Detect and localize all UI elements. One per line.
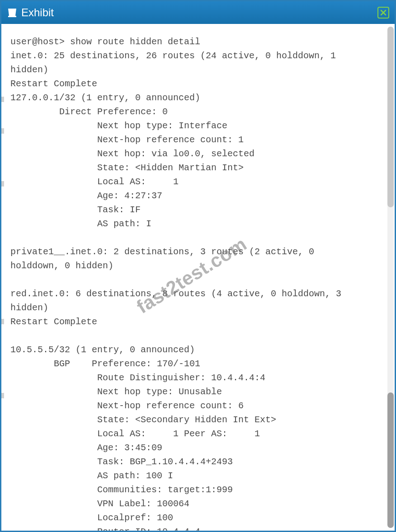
exhibit-icon [7, 8, 18, 18]
svg-rect-0 [8, 16, 16, 17]
scrollbar[interactable] [387, 27, 394, 528]
close-icon [380, 9, 387, 16]
content-area: user@host> show route hidden detail inet… [1, 24, 395, 531]
scrollbar-thumb[interactable] [387, 27, 394, 207]
window-title: Exhibit [21, 6, 54, 19]
terminal-output: user@host> show route hidden detail inet… [1, 24, 387, 531]
scrollbar-thumb-secondary[interactable] [387, 392, 394, 528]
exhibit-window: Exhibit user@host> show route hidden det… [0, 0, 396, 532]
titlebar: Exhibit [1, 1, 395, 24]
close-button[interactable] [377, 7, 389, 19]
